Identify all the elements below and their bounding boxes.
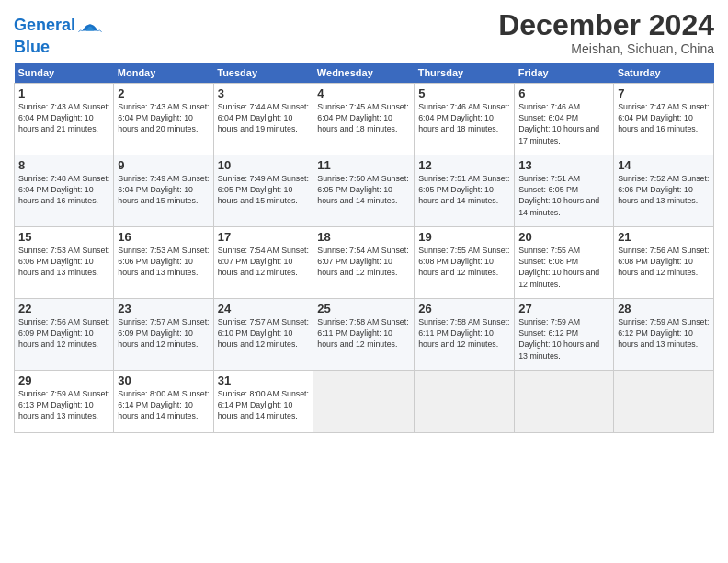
day-number: 11 — [317, 158, 410, 172]
logo-general: General — [14, 17, 75, 35]
day-number: 10 — [218, 158, 310, 172]
logo: General Blue — [14, 13, 103, 57]
day-info: Sunrise: 7:51 AM Sunset: 6:05 PM Dayligh… — [418, 173, 510, 207]
calendar-cell: 27Sunrise: 7:59 AM Sunset: 6:12 PM Dayli… — [515, 298, 614, 370]
day-number: 8 — [18, 158, 109, 172]
day-info: Sunrise: 7:48 AM Sunset: 6:04 PM Dayligh… — [18, 173, 109, 207]
day-number: 20 — [518, 230, 609, 244]
day-info: Sunrise: 7:49 AM Sunset: 6:04 PM Dayligh… — [118, 173, 209, 207]
day-number: 5 — [418, 86, 510, 100]
day-info: Sunrise: 7:55 AM Sunset: 6:08 PM Dayligh… — [518, 245, 609, 290]
day-info: Sunrise: 7:45 AM Sunset: 6:04 PM Dayligh… — [317, 101, 410, 135]
day-number: 23 — [118, 302, 209, 316]
calendar-cell: 28Sunrise: 7:59 AM Sunset: 6:12 PM Dayli… — [614, 298, 714, 370]
calendar-cell: 20Sunrise: 7:55 AM Sunset: 6:08 PM Dayli… — [515, 226, 614, 298]
weekday-header-monday: Monday — [114, 63, 213, 84]
day-info: Sunrise: 7:43 AM Sunset: 6:04 PM Dayligh… — [18, 101, 109, 135]
calendar-cell: 10Sunrise: 7:49 AM Sunset: 6:05 PM Dayli… — [213, 155, 313, 226]
day-info: Sunrise: 7:53 AM Sunset: 6:06 PM Dayligh… — [118, 245, 209, 279]
calendar-table: SundayMondayTuesdayWednesdayThursdayFrid… — [14, 63, 714, 433]
calendar-cell: 6Sunrise: 7:46 AM Sunset: 6:04 PM Daylig… — [515, 83, 614, 155]
day-info: Sunrise: 7:51 AM Sunset: 6:05 PM Dayligh… — [518, 173, 609, 218]
day-number: 25 — [317, 302, 410, 316]
day-info: Sunrise: 7:52 AM Sunset: 6:06 PM Dayligh… — [618, 173, 710, 207]
day-number: 24 — [218, 302, 310, 316]
calendar-cell: 31Sunrise: 8:00 AM Sunset: 6:14 PM Dayli… — [213, 370, 313, 432]
calendar-cell — [515, 370, 614, 432]
weekday-header-row: SundayMondayTuesdayWednesdayThursdayFrid… — [15, 63, 714, 84]
day-number: 31 — [218, 373, 310, 387]
weekday-header-wednesday: Wednesday — [313, 63, 415, 84]
calendar-cell: 12Sunrise: 7:51 AM Sunset: 6:05 PM Dayli… — [415, 155, 515, 226]
day-number: 28 — [618, 302, 710, 316]
calendar-cell: 1Sunrise: 7:43 AM Sunset: 6:04 PM Daylig… — [15, 83, 114, 155]
day-info: Sunrise: 7:57 AM Sunset: 6:09 PM Dayligh… — [118, 316, 209, 350]
calendar-cell: 16Sunrise: 7:53 AM Sunset: 6:06 PM Dayli… — [114, 226, 213, 298]
day-info: Sunrise: 7:53 AM Sunset: 6:06 PM Dayligh… — [18, 245, 109, 279]
day-number: 17 — [218, 230, 310, 244]
weekday-header-friday: Friday — [515, 63, 614, 84]
day-info: Sunrise: 7:56 AM Sunset: 6:08 PM Dayligh… — [618, 245, 710, 279]
day-number: 15 — [18, 230, 109, 244]
day-number: 29 — [18, 373, 109, 387]
day-number: 16 — [118, 230, 209, 244]
day-info: Sunrise: 7:50 AM Sunset: 6:05 PM Dayligh… — [317, 173, 410, 207]
day-info: Sunrise: 7:57 AM Sunset: 6:10 PM Dayligh… — [218, 316, 310, 350]
weekday-header-tuesday: Tuesday — [213, 63, 313, 84]
day-number: 30 — [118, 373, 209, 387]
logo-blue: Blue — [14, 39, 103, 57]
day-number: 3 — [218, 86, 310, 100]
day-info: Sunrise: 7:47 AM Sunset: 6:04 PM Dayligh… — [618, 101, 710, 135]
day-info: Sunrise: 7:59 AM Sunset: 6:12 PM Dayligh… — [518, 316, 609, 362]
day-number: 12 — [418, 158, 510, 172]
calendar-cell: 9Sunrise: 7:49 AM Sunset: 6:04 PM Daylig… — [114, 155, 213, 226]
calendar-cell — [614, 370, 714, 432]
day-number: 22 — [18, 302, 109, 316]
calendar-cell: 23Sunrise: 7:57 AM Sunset: 6:09 PM Dayli… — [114, 298, 213, 370]
calendar-cell: 29Sunrise: 7:59 AM Sunset: 6:13 PM Dayli… — [15, 370, 114, 432]
day-number: 26 — [418, 302, 510, 316]
day-number: 19 — [418, 230, 510, 244]
calendar-cell — [313, 370, 415, 432]
day-number: 2 — [118, 86, 209, 100]
day-info: Sunrise: 7:44 AM Sunset: 6:04 PM Dayligh… — [218, 101, 310, 135]
calendar-cell — [415, 370, 515, 432]
calendar-cell: 7Sunrise: 7:47 AM Sunset: 6:04 PM Daylig… — [614, 83, 714, 155]
day-info: Sunrise: 7:58 AM Sunset: 6:11 PM Dayligh… — [418, 316, 510, 350]
day-number: 7 — [618, 86, 710, 100]
calendar-cell: 15Sunrise: 7:53 AM Sunset: 6:06 PM Dayli… — [15, 226, 114, 298]
day-info: Sunrise: 7:49 AM Sunset: 6:05 PM Dayligh… — [218, 173, 310, 207]
calendar-cell: 13Sunrise: 7:51 AM Sunset: 6:05 PM Dayli… — [515, 155, 614, 226]
logo-icon — [77, 13, 103, 39]
weekday-header-thursday: Thursday — [415, 63, 515, 84]
day-info: Sunrise: 8:00 AM Sunset: 6:14 PM Dayligh… — [218, 388, 310, 422]
day-number: 4 — [317, 86, 410, 100]
calendar-cell: 25Sunrise: 7:58 AM Sunset: 6:11 PM Dayli… — [313, 298, 415, 370]
day-info: Sunrise: 7:56 AM Sunset: 6:09 PM Dayligh… — [18, 316, 109, 350]
calendar-cell: 5Sunrise: 7:46 AM Sunset: 6:04 PM Daylig… — [415, 83, 515, 155]
calendar-cell: 19Sunrise: 7:55 AM Sunset: 6:08 PM Dayli… — [415, 226, 515, 298]
day-number: 27 — [518, 302, 609, 316]
calendar-cell: 2Sunrise: 7:43 AM Sunset: 6:04 PM Daylig… — [114, 83, 213, 155]
header: General Blue December 2024 Meishan, Sich… — [14, 9, 714, 57]
day-info: Sunrise: 7:46 AM Sunset: 6:04 PM Dayligh… — [518, 101, 609, 146]
weekday-header-sunday: Sunday — [15, 63, 114, 84]
calendar-cell: 24Sunrise: 7:57 AM Sunset: 6:10 PM Dayli… — [213, 298, 313, 370]
day-info: Sunrise: 7:46 AM Sunset: 6:04 PM Dayligh… — [418, 101, 510, 135]
calendar-cell: 4Sunrise: 7:45 AM Sunset: 6:04 PM Daylig… — [313, 83, 415, 155]
calendar-cell: 21Sunrise: 7:56 AM Sunset: 6:08 PM Dayli… — [614, 226, 714, 298]
day-info: Sunrise: 7:59 AM Sunset: 6:13 PM Dayligh… — [18, 388, 109, 422]
day-info: Sunrise: 7:54 AM Sunset: 6:07 PM Dayligh… — [317, 245, 410, 279]
location: Meishan, Sichuan, China — [498, 41, 714, 56]
day-info: Sunrise: 8:00 AM Sunset: 6:14 PM Dayligh… — [118, 388, 209, 422]
day-info: Sunrise: 7:55 AM Sunset: 6:08 PM Dayligh… — [418, 245, 510, 279]
calendar-cell: 18Sunrise: 7:54 AM Sunset: 6:07 PM Dayli… — [313, 226, 415, 298]
calendar-cell: 8Sunrise: 7:48 AM Sunset: 6:04 PM Daylig… — [15, 155, 114, 226]
calendar-cell: 22Sunrise: 7:56 AM Sunset: 6:09 PM Dayli… — [15, 298, 114, 370]
day-info: Sunrise: 7:58 AM Sunset: 6:11 PM Dayligh… — [317, 316, 410, 350]
day-number: 6 — [518, 86, 609, 100]
calendar-cell: 3Sunrise: 7:44 AM Sunset: 6:04 PM Daylig… — [213, 83, 313, 155]
day-info: Sunrise: 7:43 AM Sunset: 6:04 PM Dayligh… — [118, 101, 209, 135]
day-number: 14 — [618, 158, 710, 172]
title-block: December 2024 Meishan, Sichuan, China — [498, 9, 714, 56]
